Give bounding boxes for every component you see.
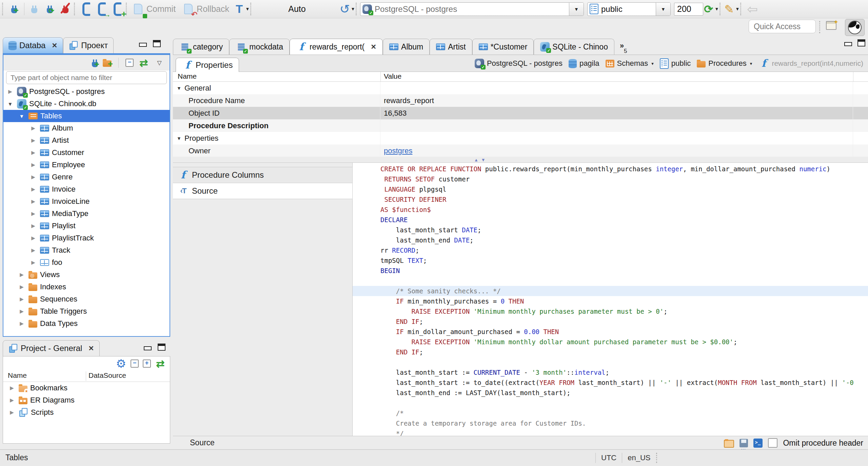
expand-arrow-icon[interactable]	[29, 247, 37, 253]
open-console-icon[interactable]	[753, 439, 763, 448]
schema-combo-dropdown[interactable]	[656, 3, 670, 16]
toolbar-drag-handle[interactable]	[250, 3, 254, 15]
expand-arrow-icon[interactable]	[8, 409, 16, 415]
expand-arrow-icon[interactable]	[29, 125, 37, 131]
load-from-file-icon[interactable]	[724, 440, 734, 448]
editor-tab-album[interactable]: Album	[383, 39, 430, 55]
expand-arrow-icon[interactable]	[29, 235, 37, 241]
fetch-size-input[interactable]	[674, 3, 703, 16]
expand-arrow-icon[interactable]	[6, 89, 14, 95]
column-divider[interactable]	[853, 72, 853, 81]
column-header-name[interactable]: Name	[178, 72, 197, 80]
tree-item-views[interactable]: Views	[3, 269, 170, 281]
editor-tab-sqlite-chinoo[interactable]: SQLite - Chinoo	[534, 39, 614, 55]
breadcrumb-item-postgresql-postgres[interactable]: PostgreSQL - postgres	[475, 59, 563, 68]
minimize-icon[interactable]	[144, 346, 152, 350]
property-row-owner[interactable]: Ownerpostgres	[173, 144, 868, 157]
minimize-icon[interactable]	[139, 43, 147, 47]
expand-arrow-icon[interactable]	[29, 174, 37, 180]
breadcrumb-item-pagila[interactable]: pagila	[569, 59, 599, 68]
toolbar-drag-handle[interactable]	[74, 3, 78, 15]
page-item-procedure-columns[interactable]: Procedure Columns	[173, 167, 353, 183]
editor-tab-customer[interactable]: *Customer	[472, 39, 534, 55]
reconnect-button[interactable]	[42, 1, 58, 17]
object-filter-input[interactable]	[6, 71, 167, 84]
maximize-icon[interactable]	[857, 39, 865, 46]
tree-item-employee[interactable]: Employee	[3, 159, 170, 171]
tree-item-table-triggers[interactable]: Table Triggers	[3, 305, 170, 317]
column-divider[interactable]	[380, 72, 381, 81]
splitter[interactable]: ▲▼	[173, 157, 868, 163]
tree-item-track[interactable]: Track	[3, 244, 170, 256]
commit-mode-combo[interactable]: Auto	[255, 4, 339, 14]
column-header-datasource[interactable]: DataSource	[88, 371, 126, 380]
new-folder-icon[interactable]	[103, 60, 112, 67]
new-connection-icon[interactable]	[92, 62, 98, 67]
expand-arrow-icon[interactable]	[18, 321, 26, 327]
splitter-arrows-icon[interactable]: ▲▼	[474, 157, 488, 162]
save-to-file-icon[interactable]	[739, 439, 748, 447]
transaction-log-button[interactable]: ▼	[339, 1, 355, 17]
tree-item-data-types[interactable]: Data Types	[3, 317, 170, 330]
rollback-button[interactable]	[180, 1, 196, 17]
expand-arrow-icon[interactable]	[29, 198, 37, 205]
quick-access-input[interactable]	[749, 20, 816, 33]
close-icon[interactable]: ✕	[371, 43, 376, 51]
column-header-value[interactable]: Value	[384, 72, 401, 80]
tree-item-invoiceline[interactable]: InvoiceLine	[3, 195, 170, 208]
project-item-scripts[interactable]: Scripts	[3, 406, 170, 419]
collapse-all-icon[interactable]	[125, 59, 134, 67]
collapse-arrow-icon[interactable]: ▼	[176, 136, 182, 141]
schema-combo[interactable]: public	[587, 2, 671, 16]
sql-editor-button[interactable]	[78, 1, 94, 17]
tree-item-postgresql-postgres[interactable]: PostgreSQL - postgres	[3, 85, 170, 98]
editor-tab-category[interactable]: category	[173, 39, 229, 55]
disconnect-button[interactable]	[58, 1, 73, 17]
tree-item-invoice[interactable]: Invoice	[3, 183, 170, 195]
expand-arrow-icon[interactable]	[29, 186, 37, 192]
expand-arrow-icon[interactable]	[29, 223, 37, 229]
breadcrumb-item-rewards-report-int4-numeric[interactable]: rewards_report(int4,numeric)	[758, 58, 863, 69]
expand-arrow-icon[interactable]	[18, 296, 26, 302]
tree-item-foo[interactable]: foo	[3, 256, 170, 269]
expand-all-icon[interactable]	[143, 360, 151, 368]
chevron-down-icon[interactable]: ▾	[651, 61, 654, 66]
tab-properties[interactable]: Properties	[176, 58, 239, 72]
collapse-arrow-icon[interactable]	[6, 101, 14, 107]
expand-arrow-icon[interactable]	[29, 150, 37, 156]
connect-button[interactable]	[26, 1, 42, 17]
timezone-label[interactable]: UTC	[601, 453, 616, 462]
open-perspective-button[interactable]	[826, 21, 836, 32]
expand-arrow-icon[interactable]	[18, 284, 26, 290]
commit-button[interactable]	[130, 1, 146, 17]
expand-arrow-icon[interactable]	[8, 397, 16, 403]
toolbar-drag-handle[interactable]	[819, 21, 820, 33]
locale-label[interactable]: en_US	[628, 453, 650, 462]
collapse-arrow-icon[interactable]	[18, 113, 26, 119]
maximize-icon[interactable]	[153, 40, 161, 47]
link-with-editor-icon[interactable]	[138, 57, 149, 68]
tree-item-indexes[interactable]: Indexes	[3, 281, 170, 293]
minimize-icon[interactable]	[844, 42, 852, 46]
link-with-editor-icon[interactable]	[155, 358, 166, 369]
breadcrumb-item-public[interactable]: public	[660, 58, 691, 69]
property-row-object-id[interactable]: Object ID16,583	[173, 107, 868, 119]
collapse-all-icon[interactable]	[131, 360, 139, 368]
column-divider[interactable]	[86, 371, 86, 381]
expand-arrow-icon[interactable]	[8, 385, 16, 391]
auto-complete-button[interactable]: ▼	[724, 1, 739, 17]
tab-projects[interactable]: Проект	[63, 37, 114, 53]
expand-arrow-icon[interactable]	[18, 308, 26, 314]
toolbar-drag-handle[interactable]	[740, 3, 744, 15]
close-icon[interactable]: ✕	[88, 344, 94, 352]
gear-icon[interactable]	[116, 358, 126, 369]
refresh-button[interactable]: ▼	[703, 1, 719, 17]
breadcrumb-item-procedures[interactable]: Procedures▾	[697, 59, 752, 68]
expand-arrow-icon[interactable]	[29, 259, 37, 266]
chevron-down-icon[interactable]: ▾	[750, 61, 752, 66]
expand-arrow-icon[interactable]	[29, 162, 37, 168]
tab-database-navigator[interactable]: Databa ✕	[3, 37, 63, 53]
tree-item-mediatype[interactable]: MediaType	[3, 208, 170, 220]
property-row-procedure-name[interactable]: Procedure Namerewards_report	[173, 94, 868, 107]
editor-tab-mockdata[interactable]: mockdata	[229, 39, 290, 55]
